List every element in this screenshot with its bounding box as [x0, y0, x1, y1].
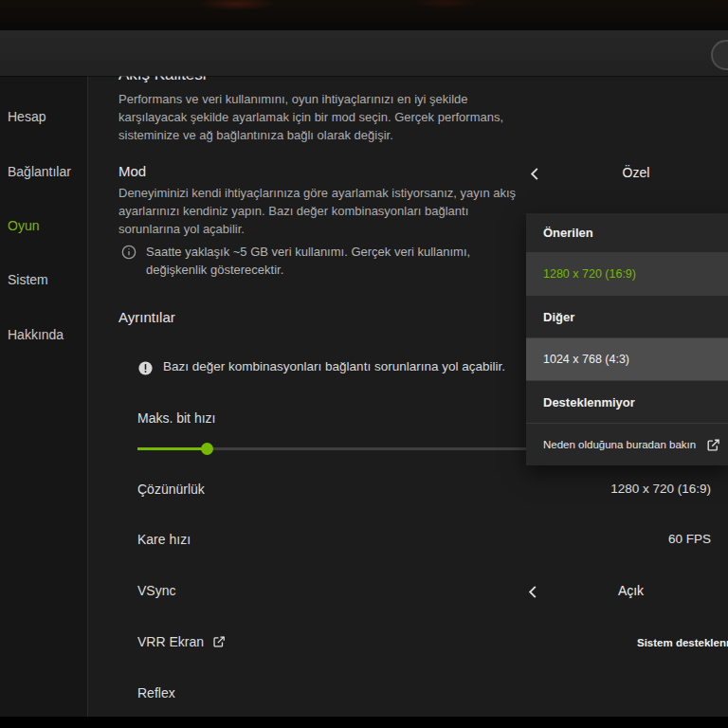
details-warning-text: Bazı değer kombinasyonları bağlantı soru…	[163, 359, 505, 373]
framerate-label: Kare hızı	[137, 532, 191, 547]
sidebar-item-about[interactable]: Hakkında	[8, 327, 64, 342]
reflex-label: Reflex	[137, 685, 175, 701]
data-usage-note-row: Saatte yaklaşık ~5 GB veri kullanımı. Ge…	[121, 243, 519, 279]
header-bar	[0, 30, 728, 76]
info-icon	[121, 245, 136, 260]
dropdown-option-1024x768[interactable]: 1024 x 768 (4:3)	[526, 338, 728, 381]
details-warning-row: Bazı değer kombinasyonları bağlantı soru…	[137, 359, 505, 376]
vsync-label: VSync	[137, 583, 175, 598]
dropdown-header-unsupported: Desteklenmiyor	[526, 381, 728, 424]
bottom-black-strip	[0, 717, 728, 728]
game-background-strip	[0, 0, 728, 30]
sidebar-item-system[interactable]: Sistem	[8, 272, 48, 287]
sidebar-item-game[interactable]: Oyun	[8, 218, 39, 233]
bitrate-slider-fill	[137, 447, 207, 450]
dropdown-header-other: Diğer	[526, 296, 728, 338]
vsync-value[interactable]: Açık	[576, 583, 685, 598]
bitrate-slider-handle[interactable]	[201, 443, 213, 455]
external-link-icon[interactable]	[706, 438, 720, 452]
framerate-value[interactable]: 60 FPS	[668, 532, 711, 546]
data-usage-note: Saatte yaklaşık ~5 GB veri kullanımı. Ge…	[146, 243, 508, 279]
vrr-label: VRR Ekran	[137, 634, 204, 649]
resolution-value[interactable]: 1280 x 720 (16:9)	[610, 482, 711, 496]
resolution-dropdown: Önerilen 1280 x 720 (16:9) Diğer 1024 x …	[526, 213, 728, 465]
warning-icon	[137, 360, 154, 376]
sidebar-item-connections[interactable]: Bağlantılar	[8, 164, 71, 179]
vsync-prev-chevron-left-icon[interactable]	[527, 585, 538, 599]
vrr-row: VRR Ekran	[137, 634, 226, 649]
settings-sidebar: Hesap Bağlantılar Oyun Sistem Hakkında	[0, 76, 88, 717]
header-avatar[interactable]	[711, 40, 728, 70]
dropdown-footer-why-link[interactable]: Neden olduğuna buradan bakın	[526, 424, 728, 465]
mode-value[interactable]: Özel	[579, 165, 693, 180]
external-link-icon[interactable]	[212, 635, 226, 648]
dropdown-option-1280x720[interactable]: 1280 x 720 (16:9)	[526, 253, 728, 296]
resolution-label: Çözünürlük	[137, 482, 205, 497]
sidebar-item-account[interactable]: Hesap	[8, 109, 46, 124]
max-bitrate-label: Maks. bit hızı	[137, 410, 215, 426]
dropdown-footer-link-text[interactable]: Neden olduğuna buradan bakın	[543, 439, 696, 450]
mode-prev-chevron-left-icon[interactable]	[529, 167, 540, 181]
details-title: Ayrıntılar	[118, 309, 175, 325]
stream-quality-description: Performans ve veri kullanımını, oyun iht…	[118, 90, 524, 144]
vrr-value: Sistem desteklenm	[637, 637, 728, 648]
mode-label: Mod	[118, 163, 146, 179]
dropdown-header-recommended: Önerilen	[526, 213, 728, 253]
mode-description: Deneyiminizi kendi ihtiyaçlarınıza göre …	[118, 184, 528, 238]
settings-screen: Hesap Bağlantılar Oyun Sistem Hakkında A…	[0, 0, 728, 728]
